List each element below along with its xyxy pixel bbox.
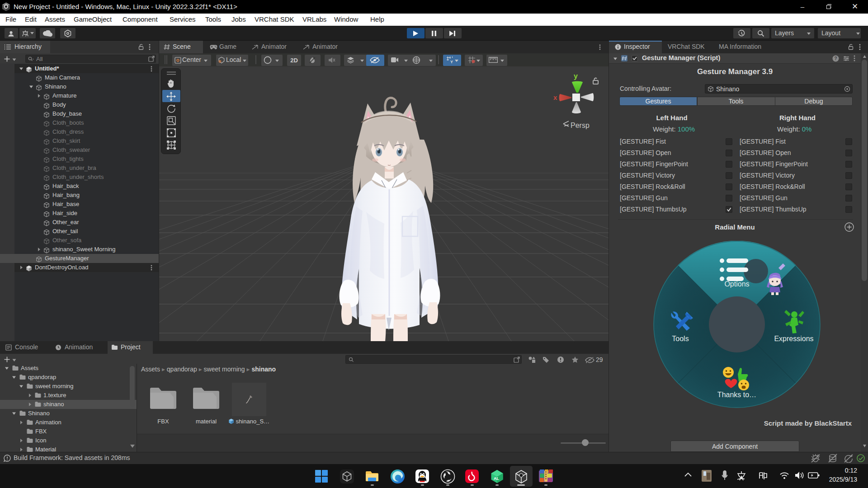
svg-text:Options: Options xyxy=(724,280,749,288)
svg-text:Y: Y xyxy=(450,60,453,64)
svg-text:y: y xyxy=(574,72,578,80)
svg-text:Thanks to…: Thanks to… xyxy=(717,391,756,399)
svg-text:AL: AL xyxy=(494,476,499,481)
svg-text:Persp: Persp xyxy=(571,122,590,129)
svg-text:Expressions: Expressions xyxy=(774,335,813,343)
svg-text:Tools: Tools xyxy=(672,335,689,343)
svg-text:?: ? xyxy=(835,56,837,61)
svg-text:x: x xyxy=(553,94,557,101)
